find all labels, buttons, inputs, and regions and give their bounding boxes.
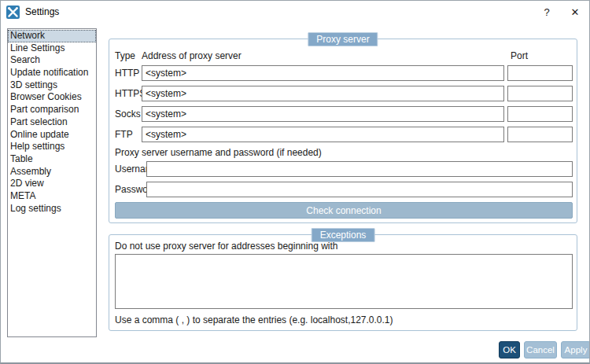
check-connection-button[interactable]: Check connection (115, 202, 573, 219)
proxy-row-label-socks: Socks (115, 108, 141, 119)
apply-button[interactable]: Apply (561, 341, 590, 358)
exceptions-hint: Use a comma ( , ) to separate the entrie… (115, 314, 393, 325)
settings-tools-icon (6, 6, 20, 19)
title-bar: Settings ? ✕ (1, 1, 589, 23)
column-header-port: Port (511, 50, 528, 61)
sidebar-item-help-settings[interactable]: Help settings (8, 141, 96, 153)
close-button[interactable]: ✕ (561, 2, 589, 22)
sidebar-item-3d-settings[interactable]: 3D settings (8, 79, 96, 92)
sidebar-item-assembly[interactable]: Assembly (8, 166, 96, 178)
http-port-input[interactable] (507, 65, 573, 81)
column-header-type: Type (115, 50, 135, 61)
settings-category-list: Network Line Settings Search Update noti… (7, 28, 97, 337)
help-button[interactable]: ? (533, 2, 561, 22)
sidebar-item-search[interactable]: Search (8, 54, 96, 67)
window-title: Settings (25, 6, 59, 17)
credentials-note: Proxy server username and password (if n… (115, 147, 322, 158)
username-input[interactable] (146, 161, 573, 177)
cancel-button[interactable]: Cancel (524, 341, 557, 358)
sidebar-item-2d-view[interactable]: 2D view (8, 178, 96, 190)
sidebar-item-update-notification[interactable]: Update notification (8, 67, 96, 79)
sidebar-item-line-settings[interactable]: Line Settings (8, 42, 96, 55)
ftp-address-input[interactable] (142, 127, 504, 142)
socks-port-input[interactable] (507, 106, 573, 122)
dialog-footer: OK Cancel Apply (499, 341, 590, 358)
sidebar-item-part-comparison[interactable]: Part comparison (8, 104, 96, 116)
sidebar-item-meta[interactable]: META (8, 190, 96, 203)
https-address-input[interactable] (142, 86, 504, 101)
sidebar-item-log-settings[interactable]: Log settings (8, 203, 96, 215)
https-port-input[interactable] (507, 86, 573, 101)
sidebar-item-online-update[interactable]: Online update (8, 129, 96, 142)
ftp-port-input[interactable] (507, 127, 573, 142)
proxy-server-group-title: Proxy server (308, 32, 378, 46)
socks-address-input[interactable] (142, 106, 504, 122)
sidebar-item-part-selection[interactable]: Part selection (8, 116, 96, 129)
sidebar-item-browser-cookies[interactable]: Browser Cookies (8, 91, 96, 104)
sidebar-item-table[interactable]: Table (8, 153, 96, 166)
proxy-row-label-http: HTTP (115, 68, 139, 79)
settings-dialog: Settings ? ✕ Network Line Settings Searc… (0, 0, 590, 364)
http-address-input[interactable] (142, 65, 504, 81)
exceptions-textarea[interactable] (115, 254, 573, 309)
proxy-row-label-ftp: FTP (115, 129, 133, 140)
exceptions-group: Exceptions Do not use proxy server for a… (109, 234, 577, 331)
proxy-server-group: Proxy server Type Address of proxy serve… (109, 39, 577, 223)
password-input[interactable] (146, 182, 573, 197)
column-header-address: Address of proxy server (142, 50, 242, 61)
ok-button[interactable]: OK (499, 341, 520, 358)
sidebar-item-network[interactable]: Network (8, 30, 96, 42)
exceptions-description: Do not use proxy server for addresses be… (115, 241, 337, 252)
